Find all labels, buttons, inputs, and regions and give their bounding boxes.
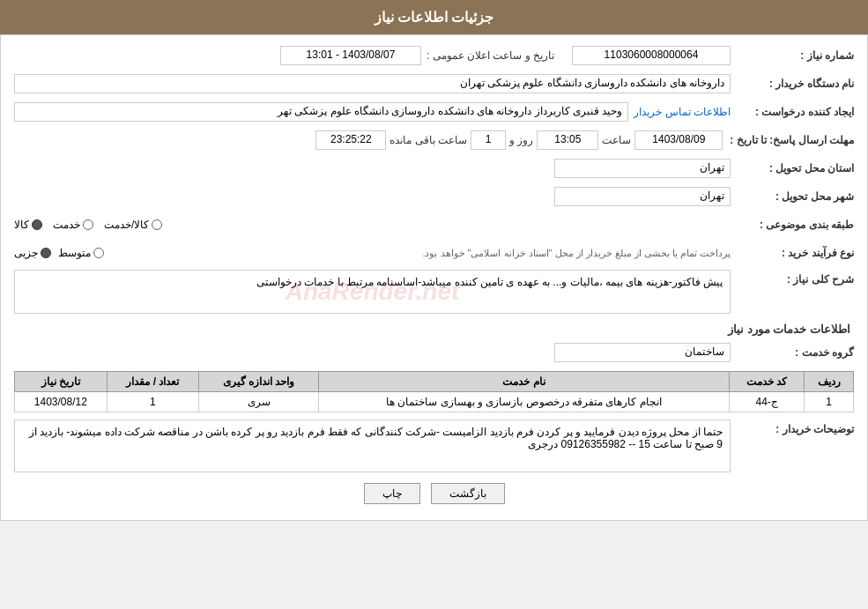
category-kala-radio[interactable] [32, 219, 42, 230]
category-row: طبقه بندی موضوعی : کالا/خدمت خدمت کالا [14, 213, 854, 236]
description-label: شرح کلی نیاز : [731, 270, 854, 286]
description-container: AnaRender.net پیش فاکتور-هزینه های بیمه … [14, 270, 731, 314]
buyer-label: نام دستگاه خریدار : [731, 78, 854, 90]
buyer-notes-row: توضیحات خریدار : حتما از محل پروژه دیدن … [14, 420, 854, 472]
deadline-days: 1 [471, 130, 506, 150]
service-info-title: اطلاعات خدمات مورد نیاز [14, 323, 854, 336]
deadline-time: 13:05 [537, 130, 598, 150]
announce-value: 1403/08/07 - 13:01 [280, 46, 421, 65]
time-label: ساعت [602, 134, 631, 146]
service-group-value: ساختمان [554, 343, 731, 362]
service-table: ردیف کد خدمت نام خدمت واحد اندازه گیری ت… [14, 371, 854, 412]
category-kala-item: کالا [14, 219, 42, 231]
table-row: 1 ج-44 انجام کارهای متفرقه درخصوص بازساز… [15, 392, 854, 412]
back-button[interactable]: بازگشت [431, 483, 505, 504]
remaining-label: ساعت باقی مانده [389, 134, 467, 146]
main-content: شماره نیاز : 1103060008000064 تاریخ و سا… [0, 34, 868, 521]
cell-name: انجام کارهای متفرقه درخصوص بازسازی و بهس… [318, 392, 729, 412]
province-value: تهران [554, 159, 731, 178]
cell-code: ج-44 [730, 392, 805, 412]
category-kala-khedmat-item: کالا/خدمت [104, 219, 162, 231]
service-group-label: گروه خدمت : [731, 346, 854, 359]
creator-link[interactable]: اطلاعات تماس خریدار [634, 106, 731, 118]
process-options: پرداخت تمام یا بخشی از مبلغ خریدار از مح… [14, 247, 731, 259]
category-radio-group: کالا/خدمت خدمت کالا [14, 219, 731, 231]
category-kala-khedmat-label: کالا/خدمت [104, 219, 149, 231]
process-motavasset-radio[interactable] [93, 248, 104, 258]
buyer-value: داروخانه های دانشکده داروسازی دانشگاه عل… [14, 74, 731, 93]
col-row: ردیف [805, 372, 854, 392]
page-header: جزئیات اطلاعات نیاز [0, 0, 868, 34]
button-row: بازگشت چاپ [14, 483, 854, 504]
category-khedmat-label: خدمت [53, 219, 80, 231]
announce-label: تاریخ و ساعت اعلان عمومی : [427, 49, 554, 62]
city-label: شهر محل تحویل : [731, 190, 854, 203]
deadline-label: مهلت ارسال پاسخ: تا تاریخ : [723, 134, 854, 146]
process-jozvi-item: جزیی [14, 247, 51, 259]
description-value: پیش فاکتور-هزینه های بیمه ،مالیات و... ب… [256, 276, 723, 288]
city-value: تهران [554, 187, 731, 206]
process-jozvi-radio[interactable] [41, 248, 51, 258]
col-unit: واحد اندازه گیری [199, 372, 319, 392]
city-row: شهر محل تحویل : تهران [14, 185, 854, 208]
need-number-value: 1103060008000064 [572, 46, 731, 65]
buyer-notes-value: حتما از محل پروژه دیدن فرمایید و پر کردن… [14, 420, 731, 472]
province-label: استان محل تحویل : [731, 162, 854, 175]
cell-date: 1403/08/12 [15, 392, 108, 412]
creator-row: ایجاد کننده درخواست : اطلاعات تماس خریدا… [14, 100, 854, 123]
province-row: استان محل تحویل : تهران [14, 157, 854, 180]
buyer-notes-label: توضیحات خریدار : [731, 420, 854, 435]
service-table-section: ردیف کد خدمت نام خدمت واحد اندازه گیری ت… [14, 371, 854, 412]
deadline-date: 1403/08/09 [634, 130, 723, 150]
print-button[interactable]: چاپ [364, 483, 420, 504]
creator-label: ایجاد کننده درخواست : [731, 106, 854, 118]
description-row: شرح کلی نیاز : AnaRender.net پیش فاکتور-… [14, 270, 854, 314]
col-name: نام خدمت [318, 372, 729, 392]
buyer-row: نام دستگاه خریدار : داروخانه های دانشکده… [14, 72, 854, 95]
category-khedmat-radio[interactable] [83, 219, 93, 230]
need-number-label: شماره نیاز : [731, 49, 854, 62]
deadline-remaining: 23:25:22 [315, 130, 386, 150]
service-group-row: گروه خدمت : ساختمان [14, 341, 854, 364]
day-label: روز و [509, 134, 533, 146]
col-code: کد خدمت [730, 372, 805, 392]
page-container: جزئیات اطلاعات نیاز شماره نیاز : 1103060… [0, 0, 868, 521]
category-kala-label: کالا [14, 219, 29, 231]
page-title: جزئیات اطلاعات نیاز [375, 10, 494, 25]
cell-qty: 1 [107, 392, 199, 412]
cell-unit: سری [199, 392, 319, 412]
process-desc: پرداخت تمام یا بخشی از مبلغ خریدار از مح… [120, 248, 731, 259]
process-motavasset-label: متوسط [58, 247, 91, 259]
deadline-row: مهلت ارسال پاسخ: تا تاریخ : 1403/08/09 س… [14, 129, 854, 152]
process-motavasset-item: متوسط [58, 247, 104, 259]
announce-group: تاریخ و ساعت اعلان عمومی : 1403/08/07 - … [14, 46, 554, 65]
col-qty: تعداد / مقدار [107, 372, 199, 392]
creator-value: وحید قنبری کاربرداز داروخانه های دانشکده… [14, 102, 628, 122]
category-label: طبقه بندی موضوعی : [731, 219, 854, 231]
cell-row: 1 [805, 392, 854, 412]
process-row: نوع فرآیند خرید : پرداخت تمام یا بخشی از… [14, 241, 854, 264]
category-kala-khedmat-radio[interactable] [152, 219, 162, 230]
process-jozvi-label: جزیی [14, 247, 38, 259]
category-khedmat-item: خدمت [53, 219, 93, 231]
process-label: نوع فرآیند خرید : [731, 247, 854, 259]
table-header-row: ردیف کد خدمت نام خدمت واحد اندازه گیری ت… [15, 372, 854, 392]
col-date: تاریخ نیاز [15, 372, 108, 392]
need-number-row: شماره نیاز : 1103060008000064 تاریخ و سا… [14, 44, 854, 67]
